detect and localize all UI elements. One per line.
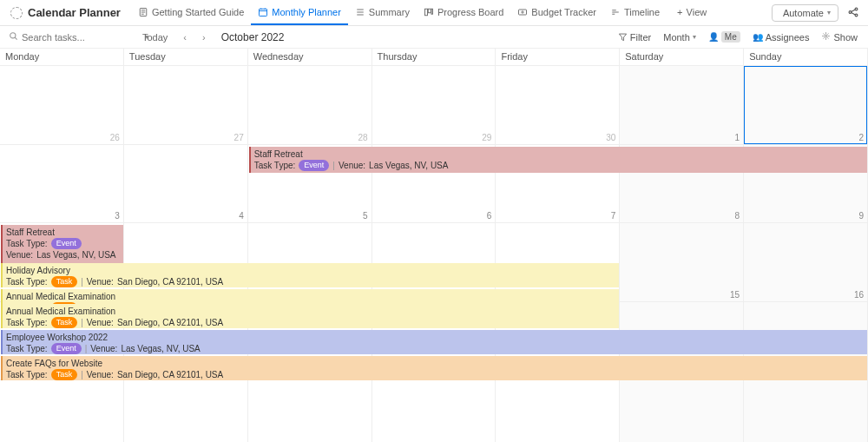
task-type-prefix: Task Type: <box>6 317 48 328</box>
day-cell[interactable]: 24 <box>0 380 124 442</box>
day-cell[interactable]: 30 <box>496 66 620 145</box>
tab-summary[interactable]: Summary <box>348 0 417 25</box>
board-logo-icon <box>10 7 23 19</box>
tab-label: Getting Started Guide <box>152 7 244 17</box>
day-cell[interactable]: 28 <box>496 380 620 442</box>
day-cell[interactable]: 16 <box>744 223 868 302</box>
add-view-button[interactable]: + View <box>670 0 713 25</box>
automate-label: Automate <box>783 8 824 18</box>
event-venue: Las Vegas, NV, USA <box>36 249 115 261</box>
day-number: 8 <box>735 211 740 221</box>
day-cell[interactable]: 4 <box>124 145 248 224</box>
tab-icon <box>355 7 365 17</box>
day-cell[interactable]: 30 <box>744 380 868 442</box>
event-title: Staff Retreat <box>254 148 864 160</box>
task-type-prefix: Task Type: <box>6 276 48 287</box>
separator: | <box>81 317 83 328</box>
day-cell[interactable]: 15 <box>620 223 744 302</box>
svg-rect-5 <box>519 10 527 15</box>
calendar-event[interactable]: Staff RetreatTask Type: EventVenue: Las … <box>1 225 123 263</box>
plus-icon: + <box>677 7 682 17</box>
day-cell[interactable]: 1 <box>620 66 744 145</box>
assignees-label: Assignees <box>766 32 810 43</box>
day-cell[interactable]: 2 <box>744 66 868 145</box>
tab-icon <box>258 7 268 17</box>
svg-rect-4 <box>431 9 433 14</box>
task-type-pill: Task <box>51 369 78 380</box>
event-title: Annual Medical Examination <box>6 306 615 317</box>
view-mode-button[interactable]: Month ▾ <box>661 30 698 44</box>
next-month-button[interactable]: › <box>199 30 209 44</box>
prev-month-button[interactable]: ‹ <box>180 30 190 44</box>
day-header: Sunday <box>744 49 868 66</box>
day-number: 27 <box>234 133 244 142</box>
svg-rect-1 <box>260 9 267 16</box>
venue-prefix: Venue: <box>339 160 365 171</box>
event-title: Create FAQs for Website <box>6 358 864 369</box>
today-button[interactable]: Today <box>139 30 171 44</box>
svg-point-10 <box>849 10 852 13</box>
day-cell[interactable]: 29 <box>372 66 496 145</box>
day-cell[interactable]: 26 <box>248 380 372 442</box>
day-cell[interactable]: 28 <box>248 66 372 145</box>
tab-icon <box>517 7 528 17</box>
day-number: 9 <box>858 211 864 221</box>
svg-rect-3 <box>428 9 431 13</box>
day-cell[interactable]: 26 <box>0 66 124 145</box>
tab-icon <box>424 7 434 17</box>
tab-icon <box>138 7 148 17</box>
automate-button[interactable]: Automate ▾ <box>772 4 838 22</box>
event-title: Annual Medical Examination <box>6 291 615 302</box>
calendar-event[interactable]: Staff RetreatTask Type: Event | Venue: L… <box>249 147 867 173</box>
show-settings-button[interactable]: Show <box>819 30 859 44</box>
chevron-down-icon: ▾ <box>827 9 831 16</box>
calendar-event[interactable]: Holiday AdvisoryTask Type: Task | Venue:… <box>1 263 619 287</box>
day-cell[interactable]: 25 <box>124 380 248 442</box>
day-cell[interactable]: 29 <box>620 380 744 442</box>
search-icon <box>9 31 18 43</box>
day-cell[interactable]: 3 <box>0 145 124 224</box>
svg-point-12 <box>855 14 858 16</box>
calendar-event[interactable]: Annual Medical ExaminationTask Type: Tas… <box>1 304 619 328</box>
tab-icon <box>610 7 621 17</box>
event-venue: San Diego, CA 92101, USA <box>117 369 223 380</box>
day-number: 30 <box>606 133 615 142</box>
day-header: Friday <box>496 49 620 66</box>
search-input[interactable] <box>22 32 141 43</box>
add-view-label: View <box>687 7 707 17</box>
day-number: 1 <box>735 133 740 142</box>
day-header: Wednesday <box>248 49 372 66</box>
event-title: Employee Workshop 2022 <box>6 332 864 343</box>
event-venue: San Diego, CA 92101, USA <box>117 317 223 328</box>
tab-monthly-planner[interactable]: Monthly Planner <box>251 0 348 25</box>
task-type-pill: Event <box>299 160 329 171</box>
tab-progress-board[interactable]: Progress Board <box>417 0 510 25</box>
separator: | <box>81 276 83 287</box>
calendar-event[interactable]: Create FAQs for WebsiteTask Type: Task |… <box>1 356 867 380</box>
day-number: 15 <box>730 290 740 300</box>
board-title-text: Calendar Planner <box>28 6 121 19</box>
calendar-event[interactable]: Employee Workshop 2022Task Type: Event |… <box>1 330 867 354</box>
task-type-pill: Event <box>51 238 82 249</box>
day-number: 3 <box>115 211 120 221</box>
me-filter-button[interactable]: 👤 Me <box>707 30 742 44</box>
tab-timeline[interactable]: Timeline <box>603 0 667 25</box>
me-label: Me <box>721 31 740 43</box>
person-icon: 👤 <box>708 32 719 42</box>
day-header: Thursday <box>372 49 496 66</box>
event-venue: Las Vegas, NV, USA <box>369 160 448 171</box>
day-header: Monday <box>0 49 124 66</box>
tab-budget-tracker[interactable]: Budget Tracker <box>510 0 603 25</box>
tab-getting-started-guide[interactable]: Getting Started Guide <box>131 0 251 25</box>
filter-icon <box>618 32 628 42</box>
venue-prefix: Venue: <box>87 317 114 328</box>
assignees-button[interactable]: 👥 Assignees <box>751 30 812 44</box>
search-field[interactable]: ▾ <box>9 31 130 43</box>
filter-button[interactable]: Filter <box>616 30 653 44</box>
svg-point-11 <box>855 8 858 10</box>
day-cell[interactable]: 27 <box>124 66 248 145</box>
board-title: Calendar Planner <box>3 6 128 19</box>
share-button[interactable] <box>842 3 865 23</box>
day-number: 2 <box>858 133 864 142</box>
day-cell[interactable]: 27 <box>372 380 496 442</box>
